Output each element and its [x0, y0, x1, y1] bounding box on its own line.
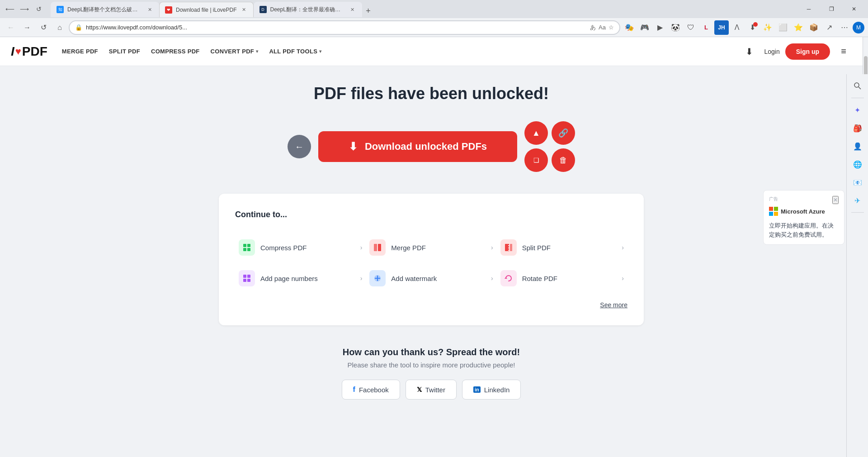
copilot-sidebar-btn[interactable]: ✦	[849, 102, 866, 118]
tool-rotate-pdf[interactable]: Rotate PDF ›	[497, 263, 627, 294]
toolbar-btn-4[interactable]: 🛡	[684, 20, 698, 35]
download-unlocked-btn[interactable]: ⬇ Download unlocked PDFs	[318, 131, 517, 162]
tool-add-page-numbers[interactable]: Add page numbers ›	[235, 263, 366, 294]
tab3-close-btn[interactable]: ✕	[349, 6, 356, 13]
ad-label-row: 广告 ✕	[769, 196, 839, 204]
split-icon	[500, 239, 517, 256]
delete-icon: 🗑	[559, 156, 567, 165]
continue-heading: Continue to...	[235, 210, 627, 219]
svg-point-15	[854, 83, 859, 87]
tab2-favicon: ❤	[165, 6, 172, 14]
toolbar-btn-2[interactable]: ▶	[653, 20, 667, 35]
sidebar-toggle-btn[interactable]: ⬜	[776, 20, 790, 35]
facebook-share-btn[interactable]: f Facebook	[342, 380, 400, 400]
home-btn[interactable]: ⌂	[52, 20, 67, 35]
cloud-upload-btn[interactable]: ▲	[524, 121, 548, 145]
logo-i: I	[11, 44, 14, 59]
favorites-btn[interactable]: ⭐	[791, 20, 806, 35]
copy-link-btn[interactable]: 🔗	[552, 121, 575, 145]
nav-merge-pdf[interactable]: MERGE PDF	[62, 48, 98, 55]
menu-btn[interactable]: ≡	[835, 43, 852, 60]
tool-compress-pdf[interactable]: Compress PDF ›	[235, 232, 366, 263]
restore-btn[interactable]: ❐	[821, 2, 842, 16]
reader-icon[interactable]: Aa	[599, 24, 606, 31]
toolbar-btn-1[interactable]: 🎮	[637, 20, 652, 35]
toolbar-btn-6[interactable]: JH	[714, 20, 729, 35]
minimize-btn[interactable]: ─	[798, 2, 819, 16]
share-buttons: f Facebook 𝕏 Twitter in LinkedIn	[342, 380, 521, 400]
collections-btn[interactable]: 📦	[807, 20, 821, 35]
back-history-btn[interactable]: ⟵	[4, 3, 16, 15]
tool-split-pdf[interactable]: Split PDF ›	[497, 232, 627, 263]
wallet-sidebar-btn[interactable]: 🎒	[849, 120, 866, 136]
back-btn[interactable]: ←	[4, 20, 18, 35]
download-app-btn[interactable]: ⬇	[740, 43, 759, 61]
browser-tab-2[interactable]: ❤ Download file | iLovePDF ✕	[159, 2, 254, 17]
twitter-share-btn[interactable]: 𝕏 Twitter	[406, 380, 457, 400]
nav-compress-pdf[interactable]: COMPRESS PDF	[151, 48, 200, 55]
new-tab-btn[interactable]: +	[362, 5, 375, 17]
copilot-btn[interactable]: ✨	[760, 20, 775, 35]
linkedin-share-btn[interactable]: in LinkedIn	[462, 380, 521, 400]
merge-icon	[369, 239, 386, 256]
ad-text-content: 立即开始构建应用。在决定购买之前免费试用。	[769, 221, 839, 239]
login-btn[interactable]: Login	[764, 48, 779, 55]
signup-btn[interactable]: Sign up	[785, 43, 830, 60]
all-tools-dropdown-arrow: ▾	[319, 49, 321, 54]
browser-right-sidebar: ✦ 🎒 👤 🌐 📧 ✈ + ⚙	[846, 74, 868, 457]
refresh-btn[interactable]: ↺	[33, 3, 45, 15]
nav-split-pdf[interactable]: SPLIT PDF	[109, 48, 140, 55]
back-arrow-btn[interactable]: ←	[288, 135, 311, 158]
watermark-arrow: ›	[491, 275, 493, 282]
continue-section: Continue to... Compress PDF ›	[219, 194, 644, 325]
ad-close-btn[interactable]: ✕	[832, 196, 839, 204]
main-page-content: PDF files have been unlocked! ← ⬇ Downlo…	[160, 66, 703, 436]
navbar: I ♥ PDF MERGE PDF SPLIT PDF COMPRESS PDF…	[0, 37, 863, 66]
tab2-close-btn[interactable]: ✕	[241, 6, 248, 14]
search-sidebar-btn[interactable]	[849, 78, 866, 94]
more-tools-btn[interactable]: ⋯	[837, 20, 852, 35]
sidebar-divider-1	[851, 98, 864, 98]
linkedin-label: LinkedIn	[484, 386, 510, 394]
logo[interactable]: I ♥ PDF	[11, 44, 47, 59]
svg-marker-14	[505, 277, 507, 279]
forward-btn[interactable]: →	[20, 20, 34, 35]
translate-icon[interactable]: あ	[590, 24, 596, 32]
share-toolbar-btn[interactable]: ↗	[822, 20, 836, 35]
svg-rect-9	[243, 275, 246, 278]
merge-label: Merge PDF	[391, 244, 486, 252]
forward-history-btn[interactable]: ⟶	[18, 3, 31, 15]
delete-btn[interactable]: 🗑	[552, 148, 575, 172]
window-close-btn[interactable]: ✕	[844, 2, 864, 16]
address-bar[interactable]: 🔒 https://www.ilovepdf.com/download/5...…	[69, 20, 620, 35]
tab1-close-btn[interactable]: ✕	[146, 6, 153, 13]
tool-add-watermark[interactable]: Add watermark ›	[366, 263, 496, 294]
star-icon[interactable]: ☆	[609, 24, 614, 31]
profile-btn[interactable]: M	[853, 22, 864, 33]
edge-sidebar-btn[interactable]: 🌐	[849, 156, 866, 172]
outlook-sidebar-btn[interactable]: 📧	[849, 174, 866, 190]
extensions-btn[interactable]: 🎭	[622, 20, 637, 35]
tool-merge-pdf[interactable]: Merge PDF ›	[366, 232, 496, 263]
facebook-icon: f	[353, 386, 355, 394]
browser-tab-1[interactable]: 知 DeepL翻译整个文档怎么破解只… ✕	[51, 2, 159, 17]
svg-rect-11	[243, 279, 246, 282]
telegram-sidebar-btn[interactable]: ✈	[849, 192, 866, 209]
lock-icon: 🔒	[75, 24, 82, 31]
nav-convert-pdf[interactable]: CONVERT PDF ▾	[211, 48, 259, 55]
nav-all-tools[interactable]: ALL PDF TOOLS ▾	[269, 48, 321, 55]
browser-tab-3[interactable]: D DeepL翻译：全世界最准确的翻… ✕	[254, 2, 362, 17]
toolbar-btn-7[interactable]: Λ	[730, 20, 744, 35]
see-more-link[interactable]: See more	[600, 301, 627, 309]
svg-rect-12	[247, 279, 250, 282]
shopping-sidebar-btn[interactable]: 👤	[849, 138, 866, 154]
refresh-page-btn[interactable]: ↺	[36, 20, 51, 35]
dropbox-btn[interactable]: ❏	[524, 148, 548, 172]
toolbar-btn-3[interactable]: 🐼	[668, 20, 683, 35]
linkedin-icon: in	[473, 386, 481, 393]
share-section: How can you thank us? Spread the word! P…	[342, 347, 521, 400]
download-toolbar-btn[interactable]: ⬇	[745, 20, 760, 35]
svg-rect-3	[247, 248, 250, 251]
ms-squares	[769, 207, 778, 216]
toolbar-btn-5[interactable]: L	[699, 20, 713, 35]
